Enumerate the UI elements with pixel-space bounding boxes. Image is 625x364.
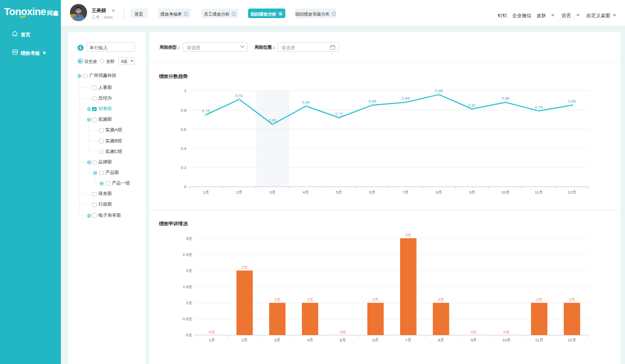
svg-text:0.65: 0.65	[269, 118, 277, 123]
svg-text:7月: 7月	[405, 338, 411, 342]
svg-text:1月: 1月	[203, 190, 209, 195]
svg-text:2月: 2月	[236, 190, 242, 195]
svg-text:3次: 3次	[186, 236, 192, 241]
svg-text:0.81: 0.81	[468, 103, 477, 108]
svg-text:0.85: 0.85	[568, 99, 576, 104]
svg-text:0: 0	[184, 185, 187, 189]
svg-text:0.4: 0.4	[181, 146, 187, 151]
svg-text:2次: 2次	[242, 265, 248, 269]
svg-text:4月: 4月	[303, 190, 309, 195]
svg-text:1次: 1次	[274, 297, 280, 302]
svg-text:1次: 1次	[438, 297, 444, 302]
svg-text:9月: 9月	[469, 190, 475, 195]
svg-text:5月: 5月	[336, 190, 342, 195]
svg-text:6月: 6月	[372, 338, 378, 342]
svg-text:0次: 0次	[186, 333, 192, 337]
svg-text:0.2: 0.2	[181, 165, 187, 170]
svg-text:2月: 2月	[242, 338, 248, 342]
svg-text:9月: 9月	[471, 338, 477, 342]
svg-text:0次: 0次	[471, 330, 477, 334]
svg-text:12月: 12月	[568, 338, 576, 342]
svg-text:8月: 8月	[438, 338, 444, 342]
svg-text:10月: 10月	[502, 338, 511, 342]
svg-text:8月: 8月	[436, 190, 442, 195]
svg-text:4月: 4月	[307, 338, 313, 342]
svg-text:1月: 1月	[209, 338, 215, 342]
svg-text:0.84: 0.84	[302, 100, 310, 105]
svg-text:0.5次: 0.5次	[183, 317, 192, 321]
svg-text:1次: 1次	[307, 297, 313, 302]
svg-text:2.5次: 2.5次	[183, 252, 192, 257]
svg-text:0次: 0次	[209, 330, 215, 334]
svg-text:1次: 1次	[372, 297, 378, 302]
svg-text:0.72: 0.72	[335, 112, 343, 116]
svg-text:0.96: 0.96	[435, 88, 443, 93]
svg-text:0.8: 0.8	[181, 108, 187, 113]
svg-text:1.5次: 1.5次	[183, 285, 192, 289]
svg-text:5月: 5月	[340, 338, 346, 342]
svg-text:0.88: 0.88	[502, 96, 510, 101]
svg-text:11月: 11月	[534, 190, 542, 195]
svg-text:0次: 0次	[503, 330, 509, 334]
svg-text:0.85: 0.85	[368, 99, 376, 104]
svg-text:11月: 11月	[535, 338, 543, 342]
svg-text:3次: 3次	[405, 233, 411, 237]
svg-text:6月: 6月	[369, 190, 375, 195]
svg-text:1: 1	[184, 88, 187, 93]
svg-text:1次: 1次	[186, 301, 192, 305]
svg-text:0.6: 0.6	[181, 127, 187, 132]
svg-text:7月: 7月	[403, 190, 409, 195]
svg-text:10月: 10月	[501, 190, 510, 195]
svg-text:12月: 12月	[568, 190, 576, 195]
svg-text:1次: 1次	[536, 297, 542, 302]
svg-text:0.75: 0.75	[202, 109, 210, 113]
svg-text:3月: 3月	[274, 338, 280, 342]
svg-text:1次: 1次	[569, 297, 575, 302]
svg-text:0.79: 0.79	[535, 105, 543, 110]
svg-text:2次: 2次	[186, 268, 192, 273]
svg-text:0.91: 0.91	[236, 94, 244, 98]
svg-text:0.88: 0.88	[402, 96, 410, 101]
svg-text:3月: 3月	[269, 190, 275, 195]
svg-text:0次: 0次	[340, 330, 346, 334]
